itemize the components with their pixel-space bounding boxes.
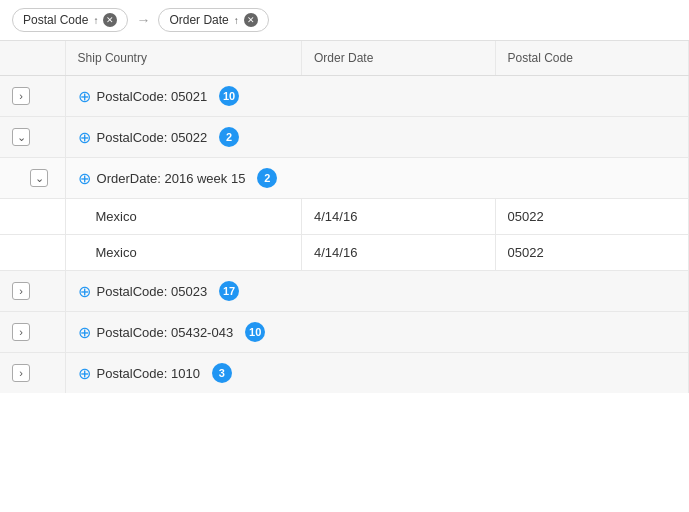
group-key-05432: PostalCode: 05432-043 — [97, 325, 234, 340]
postal-code-filter-chip[interactable]: Postal Code ↑ ✕ — [12, 8, 128, 32]
expand-btn-05023[interactable]: › — [12, 282, 30, 300]
group-row-05022: ⌄ ⊕ PostalCode: 05022 2 — [0, 117, 689, 158]
toggle-cell-05432[interactable]: › — [0, 312, 65, 353]
col-expand — [0, 41, 65, 76]
col-postal-code: Postal Code — [495, 41, 689, 76]
data-row-1: Mexico 4/14/16 05022 — [0, 199, 689, 235]
chip-separator: → — [136, 12, 150, 28]
expand-btn-2016w15[interactable]: ⌄ — [30, 169, 48, 187]
data-row-1-postal-code: 05022 — [495, 199, 689, 235]
data-table: Ship Country Order Date Postal Code › ⊕ … — [0, 41, 689, 393]
expand-btn-1010[interactable]: › — [12, 364, 30, 382]
data-row-2-expand — [0, 235, 65, 271]
group-label-cell-05021: ⊕ PostalCode: 05021 10 — [65, 76, 688, 117]
expand-btn-05022[interactable]: ⌄ — [12, 128, 30, 146]
toggle-cell-2016w15[interactable]: ⌄ — [0, 158, 65, 199]
toggle-cell-05023[interactable]: › — [0, 271, 65, 312]
group-badge-05021: 10 — [219, 86, 239, 106]
group-label-cell-1010: ⊕ PostalCode: 1010 3 — [65, 353, 688, 394]
col-ship-country: Ship Country — [65, 41, 301, 76]
group-badge-05023: 17 — [219, 281, 239, 301]
group-icon-05023: ⊕ — [78, 282, 91, 301]
col-order-date: Order Date — [302, 41, 495, 76]
subgroup-label-cell-2016w15: ⊕ OrderDate: 2016 week 15 2 — [65, 158, 688, 199]
group-row-05021: › ⊕ PostalCode: 05021 10 — [0, 76, 689, 117]
group-key-05023: PostalCode: 05023 — [97, 284, 208, 299]
group-label-cell-05023: ⊕ PostalCode: 05023 17 — [65, 271, 688, 312]
postal-code-sort-arrow: ↑ — [93, 15, 98, 26]
order-date-sort-arrow: ↑ — [234, 15, 239, 26]
data-row-1-expand — [0, 199, 65, 235]
group-key-05021: PostalCode: 05021 — [97, 89, 208, 104]
order-date-chip-close[interactable]: ✕ — [244, 13, 258, 27]
filter-bar: Postal Code ↑ ✕ → Order Date ↑ ✕ — [0, 0, 689, 41]
data-row-1-country: Mexico — [65, 199, 301, 235]
subgroup-badge-2016w15: 2 — [257, 168, 277, 188]
subgroup-row-2016w15: ⌄ ⊕ OrderDate: 2016 week 15 2 — [0, 158, 689, 199]
group-label-cell-05022: ⊕ PostalCode: 05022 2 — [65, 117, 688, 158]
group-key-1010: PostalCode: 1010 — [97, 366, 200, 381]
subgroup-key-2016w15: OrderDate: 2016 week 15 — [97, 171, 246, 186]
group-row-1010: › ⊕ PostalCode: 1010 3 — [0, 353, 689, 394]
group-icon-05432: ⊕ — [78, 323, 91, 342]
postal-code-chip-close[interactable]: ✕ — [103, 13, 117, 27]
group-badge-05022: 2 — [219, 127, 239, 147]
order-date-chip-label: Order Date — [169, 13, 228, 27]
data-row-2-country: Mexico — [65, 235, 301, 271]
expand-btn-05021[interactable]: › — [12, 87, 30, 105]
order-date-filter-chip[interactable]: Order Date ↑ ✕ — [158, 8, 268, 32]
group-icon-05021: ⊕ — [78, 87, 91, 106]
group-label-cell-05432: ⊕ PostalCode: 05432-043 10 — [65, 312, 688, 353]
data-row-2-postal-code: 05022 — [495, 235, 689, 271]
postal-code-chip-label: Postal Code — [23, 13, 88, 27]
toggle-cell-05021[interactable]: › — [0, 76, 65, 117]
table-container: Ship Country Order Date Postal Code › ⊕ … — [0, 41, 689, 505]
data-row-2-order-date: 4/14/16 — [302, 235, 495, 271]
toggle-cell-05022[interactable]: ⌄ — [0, 117, 65, 158]
subgroup-icon-2016w15: ⊕ — [78, 169, 91, 188]
group-key-05022: PostalCode: 05022 — [97, 130, 208, 145]
data-row-1-order-date: 4/14/16 — [302, 199, 495, 235]
group-badge-1010: 3 — [212, 363, 232, 383]
expand-btn-05432[interactable]: › — [12, 323, 30, 341]
data-row-2: Mexico 4/14/16 05022 — [0, 235, 689, 271]
group-row-05023: › ⊕ PostalCode: 05023 17 — [0, 271, 689, 312]
table-header-row: Ship Country Order Date Postal Code — [0, 41, 689, 76]
group-badge-05432: 10 — [245, 322, 265, 342]
toggle-cell-1010[interactable]: › — [0, 353, 65, 394]
group-row-05432: › ⊕ PostalCode: 05432-043 10 — [0, 312, 689, 353]
group-icon-1010: ⊕ — [78, 364, 91, 383]
group-icon-05022: ⊕ — [78, 128, 91, 147]
